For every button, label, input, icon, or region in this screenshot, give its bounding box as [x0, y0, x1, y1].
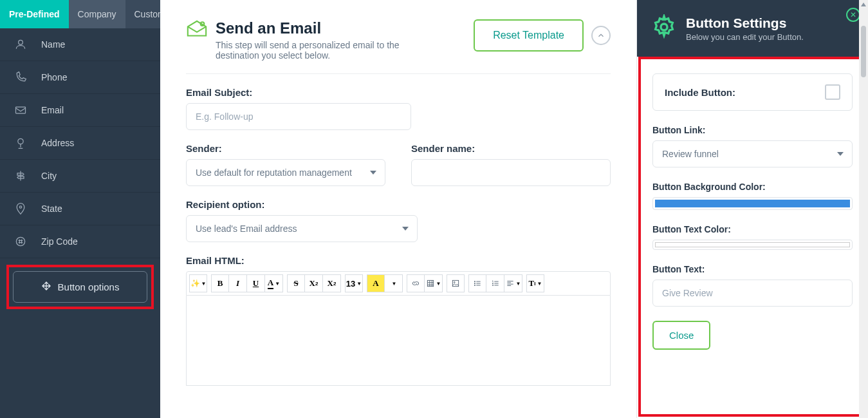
recipient-select[interactable]: Use lead's Email address	[186, 215, 418, 242]
svg-rect-6	[427, 280, 433, 286]
svg-rect-1	[16, 107, 26, 113]
sidebar-item-label: Email	[41, 105, 64, 115]
chevron-up-icon	[596, 31, 605, 40]
svg-point-2	[18, 138, 23, 144]
subscript-button[interactable]: X2	[323, 274, 341, 292]
sender-name-label: Sender name:	[411, 143, 611, 154]
list-ol-icon	[491, 279, 500, 288]
svg-point-11	[474, 285, 475, 285]
panel-subtitle: Below you can edit your Button.	[686, 32, 804, 42]
sidebar-item-email[interactable]: Email	[0, 94, 160, 127]
mail-icon	[13, 104, 28, 117]
signpost-icon	[13, 169, 28, 182]
sidebar-item-city[interactable]: City	[0, 160, 160, 193]
sidebar-item-label: City	[41, 171, 57, 181]
editor-toolbar: ▼ B I U A▼ S X2 X2 13▼ A ▼	[186, 271, 611, 296]
font-color-button[interactable]: A▼	[265, 274, 283, 292]
main-header: Send an Email This step will send a pers…	[186, 19, 611, 74]
include-button-label: Include Button:	[665, 87, 735, 98]
sidebar-item-state[interactable]: State	[0, 193, 160, 225]
button-bg-color[interactable]	[652, 197, 853, 210]
magic-button[interactable]: ▼	[189, 274, 207, 292]
panel-title: Button Settings	[686, 15, 804, 31]
email-html-label: Email HTML:	[186, 255, 611, 266]
image-icon	[451, 279, 460, 288]
italic-button[interactable]: I	[229, 274, 247, 292]
button-text-color[interactable]	[652, 240, 853, 250]
ol-button[interactable]	[486, 274, 504, 292]
button-link-select[interactable]: Review funnel	[652, 140, 853, 167]
scrollbar[interactable]	[859, 0, 868, 418]
phone-icon	[13, 71, 28, 84]
sidebar-item-phone[interactable]: Phone	[0, 61, 160, 94]
page-subtitle: This step will send a personalized email…	[216, 40, 441, 61]
hash-icon	[13, 235, 28, 248]
table-icon	[426, 279, 435, 288]
align-icon	[506, 279, 515, 288]
editor-body[interactable]	[186, 296, 611, 386]
user-icon	[13, 38, 28, 51]
highlight-caret[interactable]: ▼	[385, 274, 403, 292]
sidebar-item-label: Phone	[41, 72, 67, 82]
close-button[interactable]: Close	[652, 321, 710, 350]
pin-icon	[13, 137, 28, 149]
button-text-color-label: Button Text Color:	[652, 224, 853, 234]
collapse-button[interactable]	[591, 26, 611, 45]
move-icon	[41, 281, 51, 293]
strike-button[interactable]: S	[287, 274, 305, 292]
list-ul-icon	[473, 279, 482, 288]
page-title: Send an Email	[216, 19, 441, 37]
image-button[interactable]	[447, 274, 465, 292]
sidebar-item-zipcode[interactable]: Zip Code	[0, 225, 160, 258]
email-subject-label: Email Subject:	[186, 87, 411, 98]
scroll-up-icon	[861, 3, 866, 6]
email-subject-input[interactable]	[186, 103, 411, 130]
button-link-label: Button Link:	[652, 125, 853, 135]
tab-company[interactable]: Company	[69, 0, 125, 28]
button-options-highlight: Button options	[6, 265, 154, 309]
button-text-input[interactable]	[652, 280, 853, 307]
clear-format-button[interactable]: TI▼	[526, 274, 544, 292]
include-button-checkbox[interactable]	[825, 84, 840, 100]
sidebar-item-label: Name	[41, 39, 65, 50]
sidebar-item-label: Zip Code	[41, 236, 78, 247]
underline-button[interactable]: U	[247, 274, 265, 292]
reset-template-button[interactable]: Reset Template	[474, 19, 584, 52]
sidebar-item-label: State	[41, 204, 62, 214]
link-button[interactable]	[407, 274, 425, 292]
envelope-icon	[186, 19, 208, 61]
button-options[interactable]: Button options	[13, 271, 147, 303]
tab-predefined[interactable]: Pre-Defined	[0, 0, 69, 28]
superscript-button[interactable]: X2	[305, 274, 323, 292]
color-swatch-blue	[655, 200, 850, 207]
sender-name-input[interactable]	[411, 159, 611, 186]
sidebar-item-label: Address	[41, 138, 74, 148]
main-content: Send an Email This step will send a pers…	[160, 0, 636, 418]
sidebar-item-name[interactable]: Name	[0, 28, 160, 61]
recipient-label: Recipient option:	[186, 199, 418, 210]
svg-point-12	[661, 24, 667, 30]
button-options-label: Button options	[58, 281, 120, 292]
sender-label: Sender:	[186, 143, 385, 154]
fontsize-button[interactable]: 13▼	[345, 274, 363, 292]
button-bg-label: Button Background Color:	[652, 182, 853, 192]
svg-point-10	[474, 283, 475, 283]
sidebar-item-address[interactable]: Address	[0, 127, 160, 160]
svg-point-9	[474, 281, 475, 282]
svg-point-0	[19, 40, 23, 44]
gear-icon	[651, 14, 677, 43]
link-icon	[411, 279, 420, 288]
settings-panel: Button Settings Below you can edit your …	[636, 0, 868, 418]
bold-button[interactable]: B	[211, 274, 229, 292]
highlight-button[interactable]: A	[367, 274, 385, 292]
svg-point-8	[454, 281, 455, 283]
sidebar-list: Name Phone Email Address	[0, 28, 160, 418]
panel-close-button[interactable]: ✕	[846, 8, 860, 22]
sender-select[interactable]: Use default for reputation management	[186, 159, 385, 186]
svg-rect-7	[452, 280, 458, 286]
sidebar: Pre-Defined Company Custom Name Phone	[0, 0, 160, 418]
table-button[interactable]: ▼	[425, 274, 443, 292]
button-text-label: Button Text:	[652, 264, 853, 274]
align-button[interactable]: ▼	[504, 274, 522, 292]
ul-button[interactable]	[468, 274, 486, 292]
